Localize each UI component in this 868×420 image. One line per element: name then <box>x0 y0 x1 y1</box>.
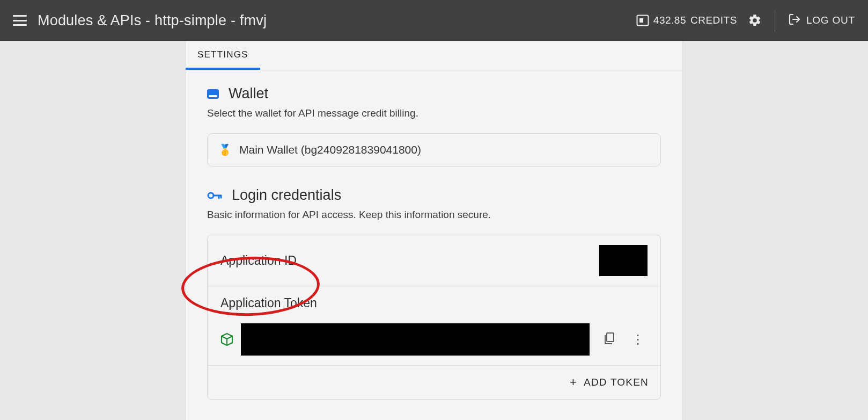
add-token-label: ADD TOKEN <box>584 376 649 388</box>
wallet-select[interactable]: 🥇 Main Wallet (bg2409281839041800) <box>207 133 661 166</box>
header-divider <box>775 9 775 32</box>
credentials-section-header: Login credentials <box>207 187 661 204</box>
menu-icon[interactable] <box>13 15 27 26</box>
add-token-row: + ADD TOKEN <box>208 366 660 399</box>
wallet-desc: Select the wallet for API message credit… <box>207 107 661 119</box>
app-id-redacted <box>599 245 648 276</box>
token-actions: ⋮ <box>604 332 648 347</box>
credentials-desc: Basic information for API access. Keep t… <box>207 209 661 221</box>
plus-icon: + <box>570 375 577 389</box>
add-token-button[interactable]: + ADD TOKEN <box>570 375 649 389</box>
logout-button[interactable]: LOG OUT <box>788 13 855 28</box>
settings-gear-icon[interactable] <box>748 13 762 27</box>
credits-label: CREDITS <box>690 15 737 26</box>
wallet-select-label: Main Wallet (bg2409281839041800) <box>239 143 421 156</box>
logout-icon <box>788 13 801 28</box>
logout-label: LOG OUT <box>806 15 855 26</box>
header-right: 432.85 CREDITS LOG OUT <box>636 9 855 32</box>
svg-rect-9 <box>607 333 614 342</box>
copy-icon[interactable] <box>604 332 615 347</box>
app-token-label: Application Token <box>220 296 317 310</box>
app-token-row: ⋮ <box>208 315 660 366</box>
cube-icon <box>220 332 233 346</box>
medal-icon: 🥇 <box>218 143 232 156</box>
app-token-header-row: Application Token <box>208 286 660 315</box>
wallet-section: Wallet Select the wallet for API message… <box>186 70 682 172</box>
app-id-row: Application ID <box>208 235 660 286</box>
credits-display[interactable]: 432.85 CREDITS <box>636 15 737 26</box>
credits-value: 432.85 <box>653 15 686 26</box>
settings-panel: SETTINGS Wallet Select the wallet for AP… <box>185 41 683 420</box>
credentials-section: Login credentials Basic information for … <box>186 172 682 405</box>
credentials-card: Application ID Application Token <box>207 235 661 400</box>
page-title: Modules & APIs - http-simple - fmvj <box>38 12 267 29</box>
content-wrap: SETTINGS Wallet Select the wallet for AP… <box>0 41 868 420</box>
svg-rect-1 <box>639 18 643 23</box>
app-token-redacted <box>241 323 590 356</box>
wallet-icon <box>207 89 219 99</box>
app-id-label: Application ID <box>220 254 297 268</box>
wallet-card-icon <box>636 15 649 26</box>
wallet-section-header: Wallet <box>207 85 661 102</box>
header-left: Modules & APIs - http-simple - fmvj <box>13 12 267 29</box>
tab-bar: SETTINGS <box>186 41 682 70</box>
kebab-menu-icon[interactable]: ⋮ <box>631 333 644 346</box>
key-icon <box>207 191 222 200</box>
tab-settings[interactable]: SETTINGS <box>186 41 260 70</box>
credentials-title: Login credentials <box>232 187 341 204</box>
wallet-title: Wallet <box>229 85 268 102</box>
app-header: Modules & APIs - http-simple - fmvj 432.… <box>0 0 868 41</box>
